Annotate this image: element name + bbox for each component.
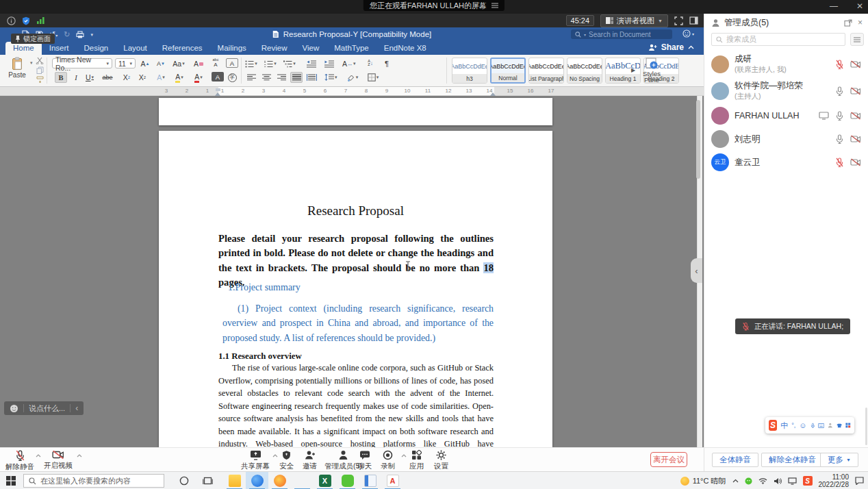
- unmute-all-button[interactable]: 解除全体静音: [761, 453, 824, 467]
- italic-button[interactable]: I: [70, 72, 82, 83]
- font-color-button[interactable]: A▾: [192, 72, 205, 83]
- panel-close-icon[interactable]: ×: [858, 18, 863, 27]
- mic-icon[interactable]: [835, 111, 844, 121]
- person-icon[interactable]: [828, 422, 833, 429]
- change-case-button[interactable]: Aa▾: [173, 58, 185, 69]
- mic-muted-icon[interactable]: [835, 60, 844, 69]
- network-signal-icon[interactable]: [36, 16, 45, 25]
- subscript-button[interactable]: X2: [120, 72, 133, 83]
- chat-collapse-icon[interactable]: ‹: [75, 403, 78, 413]
- minimize-button[interactable]: —: [828, 1, 839, 11]
- sogou-logo-icon[interactable]: S: [769, 420, 777, 431]
- panel-collapse-tab[interactable]: ‹: [691, 258, 702, 283]
- underline-button[interactable]: U▾: [84, 72, 96, 83]
- paste-button[interactable]: Paste: [5, 57, 29, 79]
- more-button[interactable]: 更多▼: [820, 453, 858, 467]
- mute-all-button[interactable]: 全体静音: [712, 453, 758, 467]
- ime-mode-button[interactable]: 中: [780, 422, 788, 429]
- strikethrough-button[interactable]: abe: [101, 72, 114, 83]
- invite-button[interactable]: 邀请: [303, 450, 317, 471]
- font-name-select[interactable]: Times New Ro...▾: [52, 58, 112, 68]
- camera-off-icon[interactable]: [850, 87, 861, 95]
- view-mode-button[interactable]: 演讲者视图 ▼: [600, 14, 668, 27]
- share-options-icon[interactable]: [272, 454, 278, 457]
- ruler[interactable]: 3211234567891011121314151617: [0, 87, 704, 96]
- hidden-icons-chevron[interactable]: [732, 479, 739, 483]
- fullscreen-icon[interactable]: [674, 16, 683, 25]
- qat-customize-icon[interactable]: ▾: [90, 32, 93, 37]
- taskbar-app-meeting[interactable]: [246, 472, 268, 489]
- clock[interactable]: 11:002022/2/28: [819, 473, 850, 488]
- sort-button[interactable]: AZ↓: [364, 58, 376, 68]
- mic-options-icon[interactable]: [36, 454, 41, 457]
- record-options-icon[interactable]: [401, 454, 407, 457]
- taskbar-app-firefox[interactable]: [268, 472, 291, 489]
- participant-row[interactable]: FARHAN ULLAH: [704, 104, 868, 127]
- network-icon[interactable]: [758, 477, 767, 484]
- phonetic-guide-button[interactable]: abcA: [209, 58, 222, 68]
- first-line-indent-marker[interactable]: [216, 88, 220, 91]
- taskbar-app-wechat[interactable]: [336, 472, 359, 489]
- taskbar-app-word[interactable]: W: [291, 472, 314, 489]
- member-search-input[interactable]: 搜索成员: [711, 33, 845, 46]
- camera-off-icon[interactable]: [850, 158, 861, 166]
- styles-pane-button[interactable]: Styles Pane: [639, 58, 664, 83]
- print-icon[interactable]: [76, 31, 84, 38]
- tab-design[interactable]: Design: [76, 42, 116, 55]
- weather-widget[interactable]: 11°C 晴朗: [680, 476, 726, 486]
- tab-view[interactable]: View: [295, 42, 327, 55]
- doc-scrollbar-thumb[interactable]: [696, 100, 700, 179]
- line-spacing-button[interactable]: ▾: [324, 72, 337, 83]
- cut-icon[interactable]: [36, 57, 44, 64]
- meeting-shield-icon[interactable]: [22, 16, 30, 25]
- character-shading-button[interactable]: A: [212, 72, 224, 82]
- participant-row[interactable]: 成研(联席主持人, 我): [704, 51, 868, 77]
- camera-off-icon[interactable]: [850, 112, 861, 120]
- meeting-info-icon[interactable]: [7, 16, 16, 25]
- emoji-icon[interactable]: [10, 404, 18, 413]
- wechat-tray-icon[interactable]: [745, 477, 752, 485]
- banner-menu-icon[interactable]: [492, 3, 498, 8]
- taskbar-app-acrobat[interactable]: A: [381, 472, 404, 489]
- styles-more-icon[interactable]: ▶: [631, 67, 635, 73]
- voice-input-icon[interactable]: [810, 422, 815, 429]
- superscript-button[interactable]: X2: [136, 72, 149, 83]
- text-effects-button[interactable]: A▾: [155, 72, 167, 83]
- participant-row[interactable]: 云卫童云卫: [704, 151, 868, 174]
- tab-review[interactable]: Review: [254, 42, 295, 55]
- sharing-screen-icon[interactable]: [819, 112, 829, 120]
- text-direction-button[interactable]: A↔▾: [342, 58, 356, 69]
- camera-off-icon[interactable]: [850, 60, 861, 68]
- share-screen-button[interactable]: 共享屏幕: [241, 450, 270, 471]
- distributed-button[interactable]: [305, 72, 318, 83]
- participant-row[interactable]: 软件学院—郭培荣(主持人): [704, 77, 868, 104]
- taskbar-app-explorer[interactable]: [223, 472, 246, 489]
- taskbar-app-notebook[interactable]: [359, 472, 381, 489]
- camera-off-icon[interactable]: [850, 135, 861, 143]
- style-h3[interactable]: AaBbCcDdEeh3: [452, 58, 487, 84]
- increase-indent-button[interactable]: [323, 58, 335, 69]
- document-area[interactable]: Research Proposal Please detail your res…: [0, 96, 704, 447]
- align-center-button[interactable]: [260, 72, 272, 83]
- copy-icon[interactable]: [36, 66, 44, 74]
- layout-panel-icon[interactable]: [689, 16, 698, 25]
- security-button[interactable]: 安全: [279, 450, 294, 471]
- multilevel-list-button[interactable]: ▾: [283, 58, 296, 69]
- tab-references[interactable]: References: [155, 42, 210, 55]
- leave-meeting-button[interactable]: 离开会议: [650, 452, 687, 467]
- paste-dropdown-icon[interactable]: ▾: [30, 60, 33, 66]
- bold-button[interactable]: B: [55, 72, 67, 83]
- bullet-list-button[interactable]: ▾: [245, 58, 257, 69]
- style-no-spacing[interactable]: AaBbCcDdEeNo Spacing: [567, 58, 602, 84]
- record-button[interactable]: 录制: [381, 450, 395, 471]
- close-button[interactable]: ✕: [854, 1, 865, 11]
- style-list-paragraph[interactable]: AaBbCcDdEeList Paragraph: [528, 58, 564, 84]
- feedback-button[interactable]: ▾: [682, 29, 694, 38]
- format-painter-icon[interactable]: [36, 76, 44, 84]
- panel-menu-button[interactable]: [850, 33, 864, 46]
- quick-chat-pill[interactable]: 说点什么... ‹: [4, 401, 84, 415]
- grow-font-button[interactable]: A▲: [139, 58, 151, 69]
- emoji-icon[interactable]: ☺: [799, 422, 806, 429]
- align-right-button[interactable]: [275, 72, 288, 83]
- mic-muted-icon[interactable]: [835, 158, 844, 167]
